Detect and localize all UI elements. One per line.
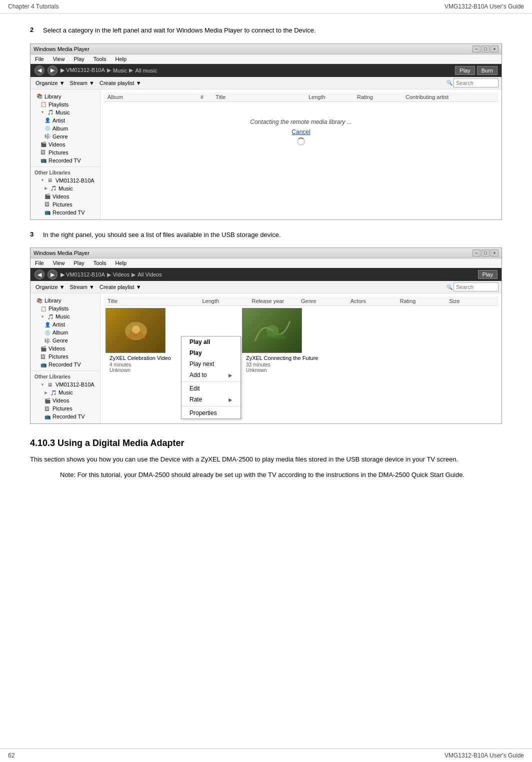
- wmp2-back-btn[interactable]: ◀: [34, 270, 44, 280]
- wmp2-menu-play[interactable]: Play: [72, 260, 86, 266]
- wmp2-sidebar-library[interactable]: 📚 Library: [30, 296, 100, 304]
- wmp1-menu-help[interactable]: Help: [114, 56, 128, 62]
- wmp2-body: 📚 Library 📋 Playlists 🎵 Music 👤 Artist: [30, 294, 502, 424]
- context-properties[interactable]: Properties: [182, 408, 240, 418]
- wmp2-col-title: Title: [106, 298, 200, 304]
- wmp1-sidebar-genre-label: Genre: [52, 134, 68, 140]
- wmp2-pictures-icon: 🖼: [40, 354, 46, 360]
- wmp1-sidebar-other-libraries: Other Libraries: [30, 169, 100, 176]
- wmp1-menu-view[interactable]: View: [52, 56, 66, 62]
- wmp1-restore-btn[interactable]: □: [482, 46, 490, 52]
- wmp2-device-pictures-icon: 🖼: [44, 406, 50, 412]
- context-play-all[interactable]: Play all: [182, 336, 240, 348]
- wmp2-restore-btn[interactable]: □: [482, 250, 490, 256]
- wmp2-context-menu: Play all Play Play next Add to ▶ Edit Ra…: [181, 336, 241, 419]
- wmp1-sidebar-device-pictures[interactable]: 🖼 Pictures: [30, 200, 100, 208]
- wmp1-sidebar-device-tv[interactable]: 📺 Recorded TV: [30, 208, 100, 216]
- wmp2-stream-btn[interactable]: Stream ▼: [68, 283, 96, 291]
- wmp1-stream-btn[interactable]: Stream ▼: [68, 79, 96, 87]
- wmp1-close-btn[interactable]: ×: [490, 46, 498, 52]
- wmp1-sidebar-artist[interactable]: 👤 Artist: [30, 116, 100, 124]
- wmp1-col-album: Album: [106, 94, 198, 100]
- wmp1-sidebar-pictures[interactable]: 🖼 Pictures: [30, 148, 100, 156]
- wmp1-minimize-btn[interactable]: −: [472, 46, 480, 52]
- library-icon: 📚: [36, 94, 42, 99]
- wmp2-video2-svg: [252, 316, 292, 346]
- wmp2-playlist-btn[interactable]: Create playlist ▼: [98, 283, 144, 291]
- wmp1-sidebar-library[interactable]: 📚 Library: [30, 92, 100, 100]
- wmp2-sidebar-playlists[interactable]: 📋 Playlists: [30, 304, 100, 312]
- wmp2-video1-thumb[interactable]: [106, 308, 166, 353]
- context-rate[interactable]: Rate ▶: [182, 394, 240, 405]
- wmp2-sidebar-device-pictures[interactable]: 🖼 Pictures: [30, 404, 100, 412]
- context-play[interactable]: Play: [182, 348, 240, 358]
- wmp1-sidebar-album-label: Album: [52, 126, 68, 132]
- wmp1-menu-tools[interactable]: Tools: [92, 56, 108, 62]
- wmp2-sidebar-device-music[interactable]: 🎵 Music: [30, 388, 100, 396]
- wmp2-sidebar-album[interactable]: 💿 Album: [30, 328, 100, 336]
- wmp2-menu-view[interactable]: View: [52, 260, 66, 266]
- wmp1-search-input[interactable]: [454, 78, 498, 88]
- note-block: Note: For this tutorial, your DMA-2500 s…: [60, 470, 502, 480]
- wmp2-toolbar: Organize ▼ Stream ▼ Create playlist ▼ 🔍: [30, 281, 502, 294]
- wmp1-back-btn[interactable]: ◀: [34, 66, 44, 76]
- context-edit[interactable]: Edit: [182, 383, 240, 394]
- wmp2-video2-thumb[interactable]: [242, 308, 302, 353]
- wmp2-organize-btn[interactable]: Organize ▼: [34, 283, 67, 291]
- wmp1-sidebar-device[interactable]: 🖥 VM01312-B10A: [30, 176, 100, 184]
- wmp2-sidebar-artist[interactable]: 👤 Artist: [30, 320, 100, 328]
- wmp1-title: Windows Media Player: [34, 46, 90, 52]
- wmp2-col-length: Length: [200, 298, 250, 304]
- wmp2-video1-duration: 4 minutes: [110, 362, 171, 368]
- wmp1-play-btn[interactable]: Play: [455, 66, 474, 75]
- wmp2-video1-svg: [121, 318, 151, 344]
- context-add-to[interactable]: Add to ▶: [182, 370, 240, 380]
- wmp1-breadcrumb-part3: All music: [135, 68, 157, 74]
- product-title-header: VMG1312-B10A User's Guide: [444, 3, 524, 10]
- wmp2-close-btn[interactable]: ×: [490, 250, 498, 256]
- playlists-icon: 📋: [40, 102, 46, 107]
- wmp1-forward-btn[interactable]: ▶: [48, 66, 58, 76]
- wmp1-playlist-btn[interactable]: Create playlist ▼: [98, 79, 144, 87]
- wmp1-sidebar-videos[interactable]: 🎬 Videos: [30, 140, 100, 148]
- wmp1-sidebar-device-music[interactable]: 🎵 Music: [30, 184, 100, 192]
- wmp2-sidebar-genre[interactable]: 🎼 Genre: [30, 336, 100, 344]
- wmp1-cancel-link[interactable]: Cancel: [292, 128, 310, 136]
- wmp1-sidebar-album[interactable]: 💿 Album: [30, 124, 100, 132]
- wmp2-sidebar-music[interactable]: 🎵 Music: [30, 312, 100, 320]
- wmp2-forward-btn[interactable]: ▶: [48, 270, 58, 280]
- context-play-next[interactable]: Play next: [182, 358, 240, 370]
- wmp1-menu-file[interactable]: File: [34, 56, 46, 62]
- wmp2-album-icon: 💿: [44, 330, 50, 336]
- wmp1-sidebar-device-videos[interactable]: 🎬 Videos: [30, 192, 100, 200]
- wmp2-video1-extra: Unknown: [110, 368, 171, 373]
- wmp2-video2-info: ZyXEL Connecting the Future 33 minutes U…: [242, 353, 322, 375]
- wmp2-sidebar-device-videos[interactable]: 🎬 Videos: [30, 396, 100, 404]
- wmp1-search-area: 🔍: [446, 78, 498, 88]
- wmp1-sidebar-music[interactable]: 🎵 Music: [30, 108, 100, 116]
- wmp2-search-input[interactable]: [454, 282, 498, 292]
- wmp2-menu-tools[interactable]: Tools: [92, 260, 108, 266]
- wmp2-sidebar-recorded-tv[interactable]: 📺 Recorded TV: [30, 360, 100, 368]
- wmp2-play-btn[interactable]: Play: [478, 270, 498, 279]
- wmp1-burn-btn[interactable]: Burn: [477, 66, 498, 75]
- wmp2-sidebar-device-videos-label: Videos: [52, 398, 69, 404]
- wmp1-col-title: Title: [214, 94, 306, 100]
- wmp1-organize-btn[interactable]: Organize ▼: [34, 79, 67, 87]
- wmp1-sidebar-playlists[interactable]: 📋 Playlists: [30, 100, 100, 108]
- wmp2-sidebar-pictures[interactable]: 🖼 Pictures: [30, 352, 100, 360]
- wmp2-sidebar-videos[interactable]: 🎬 Videos: [30, 344, 100, 352]
- wmp1-sidebar-genre[interactable]: 🎼 Genre: [30, 132, 100, 140]
- wmp2-breadcrumb-part3: All Videos: [138, 272, 162, 278]
- wmp2-sidebar-device-tv[interactable]: 📺 Recorded TV: [30, 412, 100, 420]
- wmp2-device-videos-icon: 🎬: [44, 398, 50, 404]
- wmp1-breadcrumb-part2: Music: [113, 68, 128, 74]
- wmp2-menu-file[interactable]: File: [34, 260, 46, 266]
- wmp2-sidebar-device[interactable]: 🖥 VM01312-B10A: [30, 380, 100, 388]
- wmp2-menu-help[interactable]: Help: [114, 260, 128, 266]
- wmp1-menu-play[interactable]: Play: [72, 56, 86, 62]
- wmp2-video2-title: ZyXEL Connecting the Future: [246, 355, 318, 361]
- wmp1-sidebar-recorded-tv[interactable]: 📺 Recorded TV: [30, 156, 100, 164]
- wmp2-minimize-btn[interactable]: −: [472, 250, 480, 256]
- wmp2-video2-extra: Unknown: [246, 368, 318, 373]
